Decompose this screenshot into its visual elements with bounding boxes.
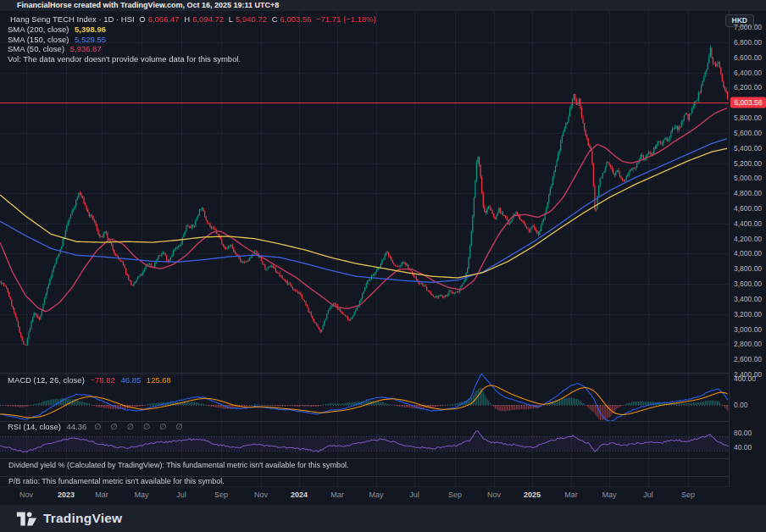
price-tick: 4,400.00 [734, 219, 762, 228]
close-value: 6,003.56 [280, 14, 312, 24]
time-tick: Nov [487, 490, 501, 499]
price-tick: 3,000.00 [734, 325, 762, 334]
price-tick: 5,600.00 [734, 129, 762, 137]
price-tick: 4,800.00 [734, 189, 762, 197]
indicator-tick: 0.00 [734, 401, 748, 409]
price-tick: 5,400.00 [734, 144, 762, 152]
low-label: L [229, 14, 233, 24]
sma50-legend-row[interactable]: SMA (50, close) 5,936.87 [8, 44, 102, 53]
price-tick: 5,200.00 [734, 159, 762, 168]
tradingview-chart-window: FinancialHorse created with TradingView.… [0, 0, 766, 532]
time-tick: Sep [448, 490, 462, 499]
rsi-label: RSI (14, close) [8, 422, 61, 431]
price-tick: 3,800.00 [734, 264, 762, 273]
price-chart-canvas[interactable] [0, 11, 729, 487]
price-tick: 4,000.00 [734, 249, 762, 258]
sma50-label: SMA (50, close) [8, 44, 64, 53]
symbol-legend-row[interactable]: Hang Seng TECH Index · 1D · HSI O6,066.4… [8, 14, 376, 24]
time-tick: Mar [564, 490, 578, 499]
price-tick: 6,400.00 [734, 69, 762, 77]
attribution-text: FinancialHorse created with TradingView.… [17, 1, 279, 9]
price-tick: 5,000.00 [734, 174, 762, 182]
indicator-tick: 40.00 [734, 443, 752, 452]
time-tick: May [602, 490, 616, 499]
macd-line-value: 46.85 [120, 375, 141, 385]
tradingview-logo-icon[interactable] [16, 511, 37, 527]
last-price-badge: 6,003.56 [730, 97, 766, 108]
macd-label: MACD (12, 26, close) [8, 375, 85, 385]
price-tick: 2,600.00 [734, 355, 762, 363]
indicator-tick: 400.00 [734, 374, 756, 383]
time-tick: 2023 [58, 490, 75, 499]
time-tick: Jul [409, 490, 419, 499]
rsi-value: 44.36 [66, 422, 86, 431]
symbol-title: Hang Seng TECH Index · 1D · HSI [10, 14, 135, 24]
bottom-bar: TradingView [0, 504, 766, 532]
time-tick: Jul [643, 490, 653, 499]
price-tick: 6,800.00 [734, 38, 762, 47]
price-axis[interactable]: HKD 7,000.006,800.006,600.006,400.006,20… [729, 11, 766, 487]
price-tick: 5,800.00 [734, 114, 762, 122]
sma200-label: SMA (200, close) [8, 25, 69, 34]
indicator-tick: 80.00 [734, 429, 752, 437]
sma200-value: 5,398.96 [75, 25, 106, 34]
sma50-value: 5,936.87 [70, 44, 102, 53]
open-label: O [139, 14, 145, 24]
price-tick: 3,600.00 [734, 280, 762, 288]
sma150-legend-row[interactable]: SMA (150, close) 5,529.55 [8, 35, 106, 44]
change-value: −71.71 (−1.18%) [316, 14, 376, 24]
price-tick: 6,200.00 [734, 83, 762, 91]
volume-note-row: Vol: The data vendor doesn't provide vol… [8, 54, 241, 64]
time-tick: May [369, 490, 383, 499]
macd-signal-value: 125.68 [147, 375, 171, 385]
open-value: 6,066.47 [148, 14, 180, 24]
time-tick: 2024 [291, 490, 308, 499]
time-tick: May [134, 490, 148, 499]
high-label: H [184, 14, 190, 24]
rsi-legend-row[interactable]: RSI (14, close) 44.36 ∅ ∅ ∅ ∅ ∅ ∅ [8, 422, 186, 431]
volume-note: Vol: The data vendor doesn't provide vol… [8, 54, 241, 64]
price-tick: 3,400.00 [734, 295, 762, 303]
attribution-bar: FinancialHorse created with TradingView.… [0, 0, 766, 11]
low-value: 5,940.72 [236, 14, 267, 24]
price-tick: 4,200.00 [734, 235, 762, 243]
price-tick: 2,800.00 [734, 340, 762, 348]
time-tick: Sep [214, 490, 228, 499]
tradingview-logo-text[interactable]: TradingView [43, 511, 122, 526]
time-axis[interactable]: Nov2023MarMayJulSepNov2024MarMayJulSepNo… [0, 487, 729, 504]
rsi-empty-icons: ∅ ∅ ∅ ∅ ∅ ∅ [94, 422, 186, 431]
time-tick: Mar [330, 490, 344, 499]
time-tick: 2025 [524, 490, 541, 499]
time-tick: Mar [95, 490, 108, 499]
sma150-label: SMA (150, close) [8, 35, 69, 44]
price-tick: 4,600.00 [734, 204, 762, 213]
sma200-legend-row[interactable]: SMA (200, close) 5,398.96 [8, 25, 106, 34]
macd-legend-row[interactable]: MACD (12, 26, close) −78.82 46.85 125.68 [8, 375, 171, 385]
pb-ratio-note: P/B ratio: This fundamental metric isn't… [8, 477, 225, 485]
dividend-yield-note: Dividend yield % (Calculated by TradingV… [8, 461, 349, 469]
macd-hist-value: −78.82 [90, 375, 114, 385]
price-tick: 6,600.00 [734, 53, 762, 62]
close-label: C [272, 14, 278, 24]
price-tick: 7,000.00 [734, 23, 762, 31]
price-tick: 3,200.00 [734, 310, 762, 319]
time-tick: Nov [19, 490, 33, 499]
high-value: 6,094.72 [192, 14, 224, 24]
time-tick: Sep [681, 490, 695, 499]
time-tick: Jul [176, 490, 186, 499]
sma150-value: 5,529.55 [75, 35, 106, 44]
time-tick: Nov [254, 490, 268, 499]
